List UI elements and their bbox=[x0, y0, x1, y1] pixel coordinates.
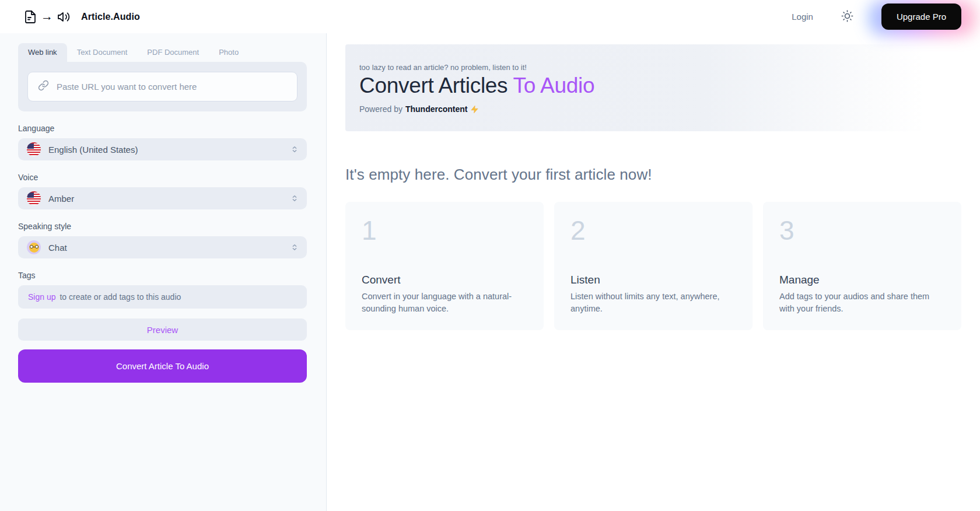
login-link[interactable]: Login bbox=[792, 12, 813, 22]
speaking-style-select[interactable]: Chat bbox=[18, 236, 307, 258]
convert-article-button[interactable]: Convert Article To Audio bbox=[18, 349, 307, 383]
step-description: Listen without limits any text, anywhere… bbox=[570, 290, 736, 315]
us-flag-icon bbox=[27, 191, 41, 205]
tags-helper-text: to create or add tags to this audio bbox=[60, 292, 181, 302]
step-card-manage: 3 Manage Add tags to your audios and sha… bbox=[763, 202, 961, 330]
url-card bbox=[18, 62, 307, 111]
step-cards: 1 Convert Convert in your language with … bbox=[345, 202, 961, 330]
step-card-listen: 2 Listen Listen without limits any text,… bbox=[554, 202, 752, 330]
voice-label: Voice bbox=[18, 173, 307, 182]
speaking-style-value: Chat bbox=[48, 243, 67, 253]
powered-by-prefix: Powered by bbox=[359, 104, 402, 114]
step-description: Convert in your language with a natural-… bbox=[362, 290, 527, 315]
document-icon bbox=[23, 10, 37, 24]
hero-title: Convert Articles To Audio bbox=[359, 74, 910, 98]
hero-title-accent: To Audio bbox=[513, 74, 595, 97]
step-description: Add tags to your audios and share them w… bbox=[779, 290, 945, 315]
sun-icon bbox=[841, 10, 853, 24]
step-title: Manage bbox=[779, 274, 945, 286]
step-number: 2 bbox=[570, 215, 736, 246]
url-input-wrap bbox=[27, 72, 298, 102]
tab-text-document[interactable]: Text Document bbox=[67, 43, 138, 62]
preview-button[interactable]: Preview bbox=[18, 318, 307, 341]
url-input[interactable] bbox=[55, 81, 287, 92]
speaking-style-label: Speaking style bbox=[18, 222, 307, 231]
main-content: too lazy to read an article? no problem,… bbox=[327, 33, 980, 511]
chevron-up-down-icon bbox=[290, 145, 299, 154]
arrow-right-icon: → bbox=[41, 10, 53, 22]
sign-up-link[interactable]: Sign up bbox=[28, 292, 55, 302]
brand-name: Thundercontent bbox=[405, 104, 468, 114]
step-number: 1 bbox=[362, 215, 527, 246]
us-flag-icon bbox=[27, 142, 41, 156]
step-title: Listen bbox=[570, 274, 736, 286]
powered-by-row: Powered by Thundercontent bbox=[359, 104, 910, 114]
chevron-up-down-icon bbox=[290, 243, 299, 252]
theme-toggle-button[interactable] bbox=[839, 8, 856, 26]
page-title: Article.Audio bbox=[81, 12, 140, 22]
source-tabs: Web link Text Document PDF Document Phot… bbox=[18, 43, 307, 62]
language-label: Language bbox=[18, 124, 307, 133]
app-logo: → Article.Audio bbox=[23, 10, 140, 24]
hero-tagline: too lazy to read an article? no problem,… bbox=[359, 63, 910, 72]
step-card-convert: 1 Convert Convert in your language with … bbox=[345, 202, 544, 330]
tab-pdf-document[interactable]: PDF Document bbox=[137, 43, 209, 62]
language-value: English (United States) bbox=[48, 145, 138, 155]
voice-select[interactable]: Amber bbox=[18, 187, 307, 209]
chevron-up-down-icon bbox=[290, 194, 299, 203]
converter-sidebar: Web link Text Document PDF Document Phot… bbox=[0, 33, 327, 511]
speaker-icon bbox=[57, 10, 71, 24]
tags-box: Sign up to create or add tags to this au… bbox=[18, 285, 307, 309]
step-title: Convert bbox=[362, 274, 527, 286]
voice-value: Amber bbox=[48, 194, 74, 204]
tab-web-link[interactable]: Web link bbox=[18, 43, 67, 62]
tab-photo[interactable]: Photo bbox=[209, 43, 249, 62]
hero-banner: too lazy to read an article? no problem,… bbox=[345, 44, 924, 131]
upgrade-pro-button[interactable]: Upgrade Pro bbox=[881, 4, 961, 30]
language-select[interactable]: English (United States) bbox=[18, 138, 307, 160]
link-icon bbox=[38, 80, 49, 93]
tags-label: Tags bbox=[18, 271, 307, 280]
step-number: 3 bbox=[779, 215, 945, 246]
empty-state-heading: It's empty here. Convert your first arti… bbox=[345, 166, 961, 184]
hero-title-dark: Convert Articles bbox=[359, 74, 508, 97]
nerd-face-emoji-icon bbox=[27, 240, 41, 254]
app-header: → Article.Audio Login Upgrade Pro bbox=[0, 0, 980, 33]
lightning-bolt-icon bbox=[470, 105, 479, 114]
